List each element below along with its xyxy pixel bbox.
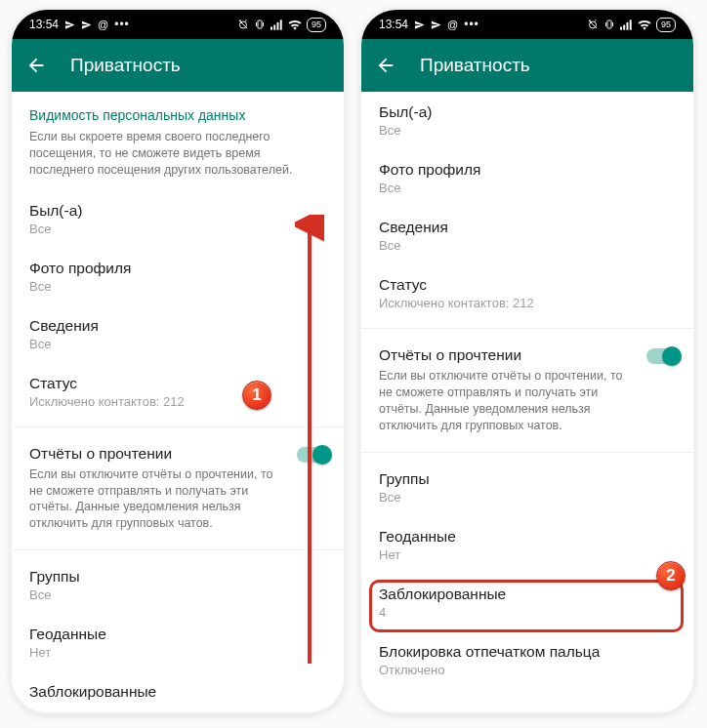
app-bar: Приватность xyxy=(12,39,344,92)
svg-rect-9 xyxy=(620,26,622,29)
item-title: Заблокированные xyxy=(379,586,676,603)
about-item[interactable]: Сведения Все xyxy=(361,207,693,264)
item-subtitle: Все xyxy=(29,222,326,236)
paper-plane-icon xyxy=(414,20,425,30)
signal-icon xyxy=(620,20,633,30)
status-item[interactable]: Статус Исключено контактов: 212 xyxy=(12,363,344,421)
read-receipts-item[interactable]: Отчёты о прочтении Если вы отключите отч… xyxy=(12,433,344,545)
back-button[interactable] xyxy=(25,55,47,76)
appbar-title: Приватность xyxy=(420,55,530,76)
groups-item[interactable]: Группы Все xyxy=(361,459,693,516)
item-title: Был(-а) xyxy=(379,103,676,121)
section-header: Видимость персональных данных xyxy=(12,92,344,129)
item-title: Геоданные xyxy=(29,626,326,643)
read-receipts-item[interactable]: Отчёты о прочтении Если вы отключите отч… xyxy=(361,335,693,446)
vibrate-icon xyxy=(603,19,615,30)
item-subtitle: Исключено контактов: 212 xyxy=(379,296,676,310)
item-subtitle: Все xyxy=(379,123,676,138)
svg-rect-2 xyxy=(270,26,272,29)
svg-rect-10 xyxy=(623,24,625,29)
item-title: Блокировка отпечатком пальца xyxy=(379,643,676,661)
item-subtitle: Нет xyxy=(379,547,676,562)
item-title: Группы xyxy=(29,568,326,586)
item-subtitle: Все xyxy=(29,279,326,294)
app-bar: Приватность xyxy=(361,39,693,92)
battery-icon: 95 xyxy=(656,18,676,32)
item-subtitle: Все xyxy=(29,337,326,351)
item-description: Если вы отключите отчёты о прочтении, то… xyxy=(29,466,326,533)
status-time: 13:54 xyxy=(379,18,408,31)
divider xyxy=(12,549,344,550)
blocked-item[interactable]: Заблокированные 4 xyxy=(361,574,693,631)
item-subtitle: Все xyxy=(379,181,676,195)
section-description: Если вы скроете время своего последнего … xyxy=(12,129,344,190)
item-title: Сведения xyxy=(379,219,676,236)
read-receipts-switch[interactable] xyxy=(646,348,680,364)
more-icon: ••• xyxy=(464,18,479,31)
item-description: Если вы отключите отчёты о прочтении, то… xyxy=(379,368,676,434)
live-location-item[interactable]: Геоданные Нет xyxy=(12,614,344,671)
at-icon: @ xyxy=(98,19,108,30)
item-title: Фото профиля xyxy=(379,161,676,179)
wifi-icon xyxy=(638,20,651,30)
last-seen-item[interactable]: Был(-а) Все xyxy=(361,92,693,149)
svg-rect-1 xyxy=(258,20,262,28)
divider xyxy=(361,328,693,329)
annotation-badge-1: 1 xyxy=(242,381,271,410)
status-bar: 13:54 @ ••• 95 xyxy=(12,10,344,39)
item-title: Заблокированные xyxy=(29,683,326,701)
svg-rect-3 xyxy=(273,24,275,29)
back-button[interactable] xyxy=(375,55,396,76)
item-subtitle: Исключено контактов: 212 xyxy=(29,394,326,409)
blocked-item[interactable]: Заблокированные xyxy=(12,671,344,712)
wifi-icon xyxy=(288,20,302,30)
read-receipts-switch[interactable] xyxy=(297,447,330,463)
paper-plane-icon xyxy=(64,20,75,30)
settings-list[interactable]: Был(-а) Все Фото профиля Все Сведения Вс… xyxy=(361,92,693,712)
phone-left: 13:54 @ ••• 95 xyxy=(12,10,344,712)
alarm-off-icon xyxy=(237,19,249,30)
item-title: Геоданные xyxy=(379,528,676,546)
profile-photo-item[interactable]: Фото профиля Все xyxy=(361,149,693,207)
signal-icon xyxy=(270,20,283,30)
at-icon: @ xyxy=(447,19,458,30)
item-subtitle: Все xyxy=(379,238,676,253)
item-title: Был(-а) xyxy=(29,202,326,220)
more-icon: ••• xyxy=(114,18,130,31)
groups-item[interactable]: Группы Все xyxy=(12,556,344,614)
item-title: Отчёты о прочтении xyxy=(29,445,326,463)
item-title: Статус xyxy=(29,375,326,392)
svg-rect-4 xyxy=(276,21,278,29)
item-subtitle: Все xyxy=(29,587,326,602)
svg-rect-11 xyxy=(626,21,628,29)
profile-photo-item[interactable]: Фото профиля Все xyxy=(12,248,344,305)
alarm-off-icon xyxy=(587,19,599,30)
item-subtitle: Нет xyxy=(29,645,326,660)
item-title: Группы xyxy=(379,470,676,488)
status-item[interactable]: Статус Исключено контактов: 212 xyxy=(361,264,693,322)
item-subtitle: Все xyxy=(379,490,676,505)
about-item[interactable]: Сведения Все xyxy=(12,305,344,363)
status-bar: 13:54 @ ••• 95 xyxy=(361,10,693,39)
item-title: Фото профиля xyxy=(29,260,326,277)
divider xyxy=(12,426,344,427)
vibrate-icon xyxy=(254,19,266,30)
live-location-item[interactable]: Геоданные Нет xyxy=(361,516,693,574)
item-subtitle: Отключено xyxy=(379,663,676,677)
item-subtitle: 4 xyxy=(379,605,676,620)
phone-right: 13:54 @ ••• 95 xyxy=(361,10,693,712)
item-title: Отчёты о прочтении xyxy=(379,346,676,364)
svg-rect-12 xyxy=(630,20,632,29)
status-time: 13:54 xyxy=(29,18,59,31)
last-seen-item[interactable]: Был(-а) Все xyxy=(12,190,344,248)
svg-rect-8 xyxy=(607,20,611,28)
battery-icon: 95 xyxy=(307,18,326,32)
item-title: Сведения xyxy=(29,317,326,335)
fingerprint-lock-item[interactable]: Блокировка отпечатком пальца Отключено xyxy=(361,631,693,689)
settings-list[interactable]: Видимость персональных данных Если вы ск… xyxy=(12,92,344,712)
svg-rect-5 xyxy=(280,20,282,29)
appbar-title: Приватность xyxy=(70,55,181,76)
item-title: Статус xyxy=(379,276,676,294)
annotation-badge-2: 2 xyxy=(656,561,686,590)
paper-plane-icon xyxy=(81,20,92,30)
